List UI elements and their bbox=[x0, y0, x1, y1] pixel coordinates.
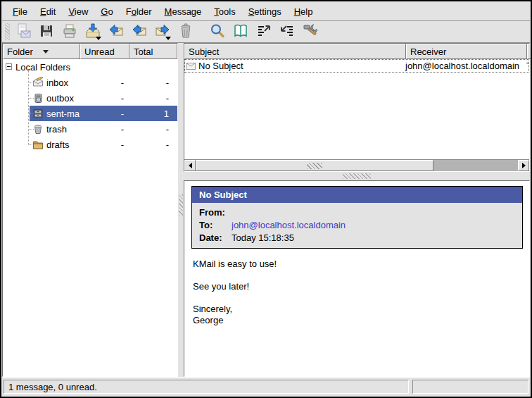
address-book-icon bbox=[233, 23, 248, 41]
inbox-icon bbox=[32, 77, 44, 90]
search-icon bbox=[210, 23, 225, 41]
print-button[interactable] bbox=[60, 22, 80, 42]
right-arrow-icon bbox=[522, 163, 526, 168]
folder-column-headers: Folder Unread Total bbox=[3, 44, 177, 59]
drafts-folder-icon bbox=[32, 139, 44, 152]
outbox-icon bbox=[32, 92, 44, 106]
message-date: Today 15:18:35 bbox=[526, 61, 528, 71]
horizontal-splitter[interactable] bbox=[184, 172, 530, 180]
mail-icon bbox=[186, 62, 196, 70]
menu-folder[interactable]: Folder bbox=[120, 4, 158, 19]
delete-button[interactable] bbox=[176, 22, 196, 42]
message-receiver: john@localhost.localdomain bbox=[405, 61, 526, 71]
previous-unread-button[interactable] bbox=[254, 22, 274, 42]
reply-all-icon bbox=[132, 23, 147, 41]
next-unread-icon bbox=[279, 23, 295, 41]
trash-icon bbox=[178, 23, 194, 41]
status-panel-right bbox=[412, 380, 528, 394]
menu-tools[interactable]: Tools bbox=[208, 4, 241, 19]
main-area: Folder Unread Total Local Folders bbox=[2, 43, 530, 377]
message-preview-pane: No Subject From: To: john@localhost.loca… bbox=[184, 180, 530, 377]
new-mail-icon bbox=[15, 23, 31, 41]
message-rows: No Subject john@localhost.localdomain To… bbox=[184, 59, 529, 159]
configure-button[interactable] bbox=[300, 22, 320, 42]
right-pane: Subject Receiver Date No Subject john@lo… bbox=[184, 43, 530, 377]
from-value bbox=[232, 207, 515, 218]
scroll-left-button[interactable] bbox=[184, 160, 196, 171]
horizontal-scrollbar[interactable] bbox=[184, 159, 529, 171]
dropdown-caret bbox=[165, 37, 171, 40]
trash-folder-icon bbox=[32, 123, 44, 137]
configure-icon bbox=[303, 23, 318, 41]
splitter-grip bbox=[179, 194, 183, 216]
previous-unread-icon bbox=[256, 23, 272, 41]
from-label: From: bbox=[199, 207, 232, 218]
message-header-fields: From: To: john@localhost.localdomain Dat… bbox=[192, 203, 522, 248]
menu-file[interactable]: File bbox=[6, 4, 34, 19]
message-body: KMail is easy to use! See you later! Sin… bbox=[193, 259, 529, 326]
new-message-button[interactable] bbox=[13, 22, 33, 42]
folder-row-outbox[interactable]: outbox - - bbox=[3, 90, 177, 106]
menu-help[interactable]: Help bbox=[288, 4, 319, 19]
next-unread-button[interactable] bbox=[277, 22, 297, 42]
menu-go[interactable]: Go bbox=[94, 4, 119, 19]
address-book-button[interactable] bbox=[231, 22, 251, 42]
column-header-unread[interactable]: Unread bbox=[80, 44, 129, 59]
to-address-link[interactable]: john@localhost.localdomain bbox=[232, 220, 515, 230]
folder-row-inbox[interactable]: inbox - - bbox=[3, 75, 177, 90]
save-button[interactable] bbox=[37, 22, 56, 42]
message-column-headers: Subject Receiver Date bbox=[184, 44, 529, 59]
toolbar-drag-handle[interactable] bbox=[5, 23, 10, 40]
splitter-grip bbox=[343, 173, 371, 179]
folder-row-trash[interactable]: trash - - bbox=[3, 121, 177, 137]
search-messages-button[interactable] bbox=[208, 22, 227, 42]
sort-arrow-icon bbox=[43, 50, 49, 54]
folder-pane: Folder Unread Total Local Folders bbox=[2, 43, 178, 377]
collapse-expander-icon[interactable] bbox=[6, 63, 12, 70]
column-header-subject[interactable]: Subject bbox=[184, 44, 406, 59]
sent-folder-icon bbox=[32, 108, 44, 121]
forward-button[interactable] bbox=[153, 22, 172, 42]
date-label: Date: bbox=[199, 232, 232, 243]
message-header-box: No Subject From: To: john@localhost.loca… bbox=[191, 186, 523, 249]
message-list: Subject Receiver Date No Subject john@lo… bbox=[184, 43, 530, 172]
folder-row-sent-mail[interactable]: sent-ma - 1 bbox=[3, 106, 177, 121]
scroll-right-button[interactable] bbox=[518, 160, 529, 171]
date-value: Today 15:18:35 bbox=[232, 232, 515, 243]
column-header-date[interactable]: Date bbox=[527, 44, 532, 59]
toolbar bbox=[2, 21, 530, 43]
menu-message[interactable]: Message bbox=[158, 4, 208, 19]
menubar: File Edit View Go Folder Message Tools S… bbox=[2, 2, 530, 21]
column-header-total[interactable]: Total bbox=[129, 44, 177, 59]
column-header-folder[interactable]: Folder bbox=[3, 44, 80, 59]
statusbar: 1 message, 0 unread. bbox=[2, 377, 530, 396]
message-title-bar: No Subject bbox=[192, 187, 522, 203]
folder-row-root[interactable]: Local Folders bbox=[3, 59, 177, 75]
save-icon bbox=[39, 23, 54, 41]
column-header-receiver[interactable]: Receiver bbox=[406, 44, 527, 59]
folder-tree: Local Folders inbox - - bbox=[3, 59, 177, 376]
scrollbar-track[interactable] bbox=[433, 160, 518, 171]
to-label: To: bbox=[199, 220, 232, 230]
message-subject: No Subject bbox=[198, 61, 243, 71]
message-row[interactable]: No Subject john@localhost.localdomain To… bbox=[184, 59, 529, 73]
reply-button[interactable] bbox=[106, 22, 126, 42]
reply-icon bbox=[108, 23, 124, 41]
dropdown-caret bbox=[96, 37, 101, 40]
menu-settings[interactable]: Settings bbox=[242, 4, 288, 19]
kmail-window: File Edit View Go Folder Message Tools S… bbox=[0, 0, 532, 398]
menu-view[interactable]: View bbox=[62, 4, 94, 19]
menu-edit[interactable]: Edit bbox=[34, 4, 62, 19]
check-mail-button[interactable] bbox=[83, 22, 103, 42]
folder-row-drafts[interactable]: drafts - - bbox=[3, 137, 177, 152]
print-icon bbox=[62, 23, 77, 41]
scrollbar-thumb[interactable] bbox=[196, 160, 433, 171]
status-message: 1 message, 0 unread. bbox=[4, 380, 409, 394]
reply-all-button[interactable] bbox=[129, 22, 149, 42]
left-arrow-icon bbox=[189, 163, 192, 168]
vertical-splitter[interactable] bbox=[178, 43, 184, 377]
